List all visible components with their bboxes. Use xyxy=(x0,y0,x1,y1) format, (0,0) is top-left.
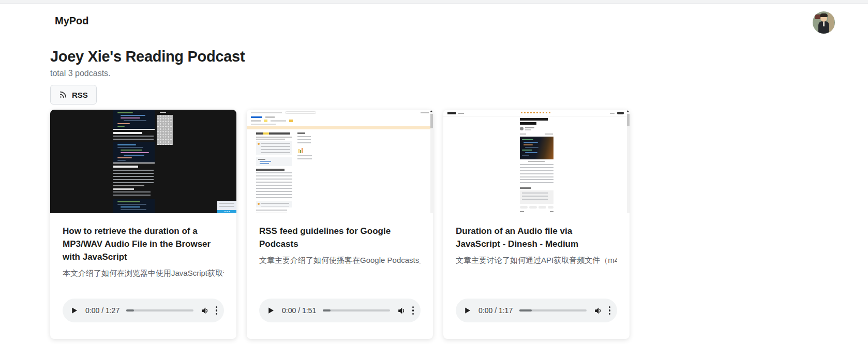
thumb3-scrollbar xyxy=(627,110,630,213)
podcast-description: 本文介绍了如何在浏览器中使用JavaScript获取音频文件的时长 xyxy=(63,269,224,278)
player-menu-button[interactable] xyxy=(216,306,218,315)
time-display: 0:00 / 1:27 xyxy=(85,306,119,315)
play-button[interactable] xyxy=(69,306,79,315)
audio-player[interactable]: 0:00 / 1:51 xyxy=(259,299,421,322)
scrollbar-up-arrow xyxy=(627,110,629,112)
podcast-description: 文章主要讨论了如何通过API获取音频文件（m4a xyxy=(456,256,617,265)
seek-slider[interactable] xyxy=(519,309,586,312)
brand-mypod[interactable]: MyPod xyxy=(55,15,89,27)
podcast-card-3: Duration of an Audio file via JavaScript… xyxy=(443,110,630,339)
podcast-thumbnail-google-help xyxy=(247,110,433,213)
page-head: Joey Xie's Reading Podcast total 3 podca… xyxy=(0,48,868,105)
podcast-card-list: How to retrieve the duration of a MP3/WA… xyxy=(0,110,868,339)
podcast-count: total 3 podcasts. xyxy=(50,69,868,78)
player-menu-button[interactable] xyxy=(412,306,414,315)
podcast-description: 文章主要介绍了如何使播客在Google Podcasts上 xyxy=(259,256,421,265)
seek-slider[interactable] xyxy=(323,309,390,312)
thumb1-image xyxy=(157,115,173,145)
volume-button[interactable] xyxy=(200,306,210,316)
rss-button-label: RSS xyxy=(72,91,88,99)
scrollbar-up-arrow xyxy=(430,110,432,112)
rss-button[interactable]: RSS xyxy=(50,85,97,105)
thumb2-scrollbar xyxy=(430,110,433,213)
thumb2-banner xyxy=(247,126,433,129)
header: MyPod xyxy=(0,4,868,37)
user-avatar[interactable] xyxy=(813,11,835,34)
podcast-title: RSS feed guidelines for Google Podcasts xyxy=(259,225,421,250)
audio-player[interactable]: 0:00 / 1:17 xyxy=(456,299,617,322)
browser-top-strip xyxy=(0,0,868,4)
player-menu-button[interactable] xyxy=(609,306,611,315)
podcast-title: Duration of an Audio file via JavaScript… xyxy=(456,225,617,250)
seek-slider[interactable] xyxy=(126,309,193,312)
volume-button[interactable] xyxy=(397,306,407,316)
page-title: Joey Xie's Reading Podcast xyxy=(50,48,868,65)
time-display: 0:00 / 1:51 xyxy=(282,306,316,315)
rss-icon xyxy=(59,91,67,99)
audio-player[interactable]: 0:00 / 1:27 xyxy=(63,299,224,322)
podcast-thumbnail-dark-article xyxy=(50,110,236,213)
time-display: 0:00 / 1:17 xyxy=(478,306,513,315)
podcast-card-1: How to retrieve the duration of a MP3/WA… xyxy=(50,110,236,339)
thumb1-cookie-widget xyxy=(217,201,236,213)
podcast-title: How to retrieve the duration of a MP3/WA… xyxy=(63,225,224,263)
thumb3-code-image xyxy=(520,137,553,159)
podcast-thumbnail-medium-article xyxy=(443,110,630,213)
play-button[interactable] xyxy=(462,306,472,315)
volume-button[interactable] xyxy=(593,306,603,316)
play-button[interactable] xyxy=(266,306,275,315)
podcast-card-2: RSS feed guidelines for Google Podcasts … xyxy=(247,110,433,339)
